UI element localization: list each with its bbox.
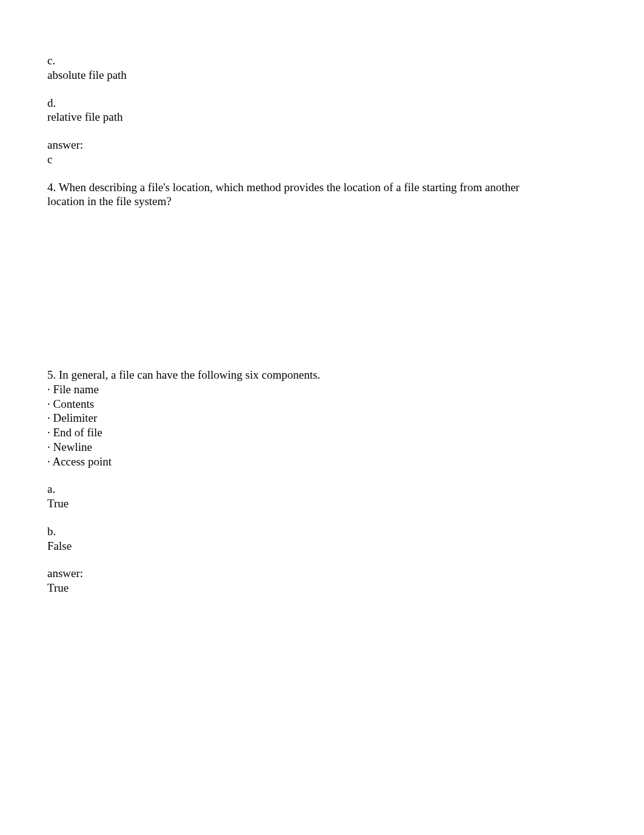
question-4-line-1: 4. When describing a file's location, wh… (47, 180, 597, 195)
bullet-newline: · Newline (47, 440, 597, 455)
option-c-text: absolute file path (47, 68, 597, 83)
bullet-delimiter: · Delimiter (47, 411, 597, 425)
answer-block-1: answer: c (47, 138, 597, 167)
answer-block-2: answer: True (47, 566, 597, 595)
question-4-line-2: location in the file system? (47, 194, 597, 209)
bullet-contents: · Contents (47, 397, 597, 411)
answer-value-1: c (47, 152, 597, 167)
option-a-letter: a. (47, 482, 597, 496)
bullet-access-point: · Access point (47, 455, 597, 469)
answer-label-2: answer: (47, 566, 597, 581)
question-5-block: 5. In general, a file can have the follo… (47, 368, 597, 468)
question-4-block: 4. When describing a file's location, wh… (47, 180, 597, 209)
spacer-large (47, 222, 597, 368)
option-b-text: False (47, 539, 597, 553)
option-b-letter: b. (47, 524, 597, 539)
option-d-letter: d. (47, 96, 597, 110)
option-d-block: d. relative file path (47, 96, 597, 125)
bullet-file-name: · File name (47, 382, 597, 397)
answer-label-1: answer: (47, 138, 597, 152)
option-c-block: c. absolute file path (47, 53, 597, 83)
question-5-intro: 5. In general, a file can have the follo… (47, 368, 597, 382)
option-b-block: b. False (47, 524, 597, 553)
option-a-block: a. True (47, 482, 597, 511)
option-d-text: relative file path (47, 110, 597, 124)
option-c-letter: c. (47, 53, 597, 68)
spacer-1 (47, 468, 597, 482)
answer-value-2: True (47, 581, 597, 595)
option-a-text: True (47, 496, 597, 511)
bullet-end-of-file: · End of file (47, 425, 597, 440)
